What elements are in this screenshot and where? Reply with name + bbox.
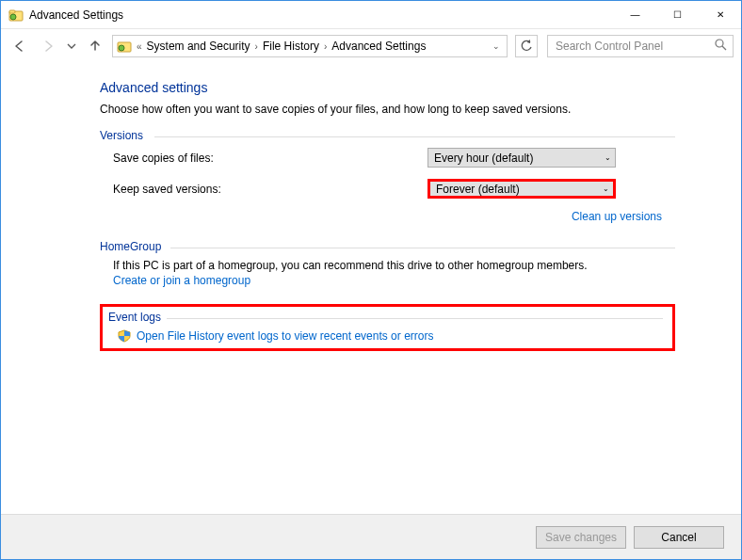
maximize-button[interactable]: ☐ <box>656 1 699 28</box>
save-copies-value: Every hour (default) <box>434 152 533 165</box>
up-button[interactable] <box>84 35 106 57</box>
breadcrumb-segment[interactable]: Advanced Settings <box>331 40 426 53</box>
close-button[interactable]: ✕ <box>699 1 741 28</box>
homegroup-group: HomeGroup If this PC is part of a homegr… <box>100 240 675 287</box>
save-copies-label: Save copies of files: <box>113 152 414 165</box>
minimize-button[interactable]: — <box>614 1 656 28</box>
back-button[interactable] <box>8 35 31 57</box>
breadcrumb-segment[interactable]: File History <box>263 40 319 53</box>
control-panel-icon <box>8 8 24 23</box>
chevron-down-icon[interactable]: ⌄ <box>492 41 500 51</box>
nav-toolbar: « System and Security › File History › A… <box>1 29 741 63</box>
homegroup-description: If this PC is part of a homegroup, you c… <box>100 259 675 272</box>
shield-icon <box>118 329 131 343</box>
breadcrumb-segment[interactable]: System and Security <box>147 40 250 53</box>
save-copies-select[interactable]: Every hour (default) ⌄ <box>427 148 616 168</box>
chevron-right-icon: › <box>324 41 327 52</box>
versions-header: Versions <box>100 129 675 142</box>
recent-locations-dropdown[interactable] <box>65 35 78 57</box>
page-title: Advanced settings <box>100 80 675 95</box>
chevron-left-icon: « <box>137 41 142 52</box>
chevron-down-icon: ⌄ <box>605 153 611 162</box>
chevron-right-icon: › <box>255 41 258 52</box>
keep-versions-select[interactable]: Forever (default) ⌄ <box>427 179 616 199</box>
keep-versions-value: Forever (default) <box>436 183 520 196</box>
event-logs-group: Event logs Open File History event logs … <box>100 304 675 351</box>
forward-button[interactable] <box>37 35 59 57</box>
page-description: Choose how often you want to save copies… <box>100 103 675 116</box>
chevron-down-icon: ⌄ <box>603 184 609 193</box>
svg-line-6 <box>722 46 726 50</box>
control-panel-icon <box>117 39 132 54</box>
search-input[interactable] <box>554 39 727 54</box>
window-title: Advanced Settings <box>29 8 123 22</box>
svg-point-2 <box>10 14 16 20</box>
svg-point-4 <box>119 45 124 51</box>
homegroup-header: HomeGroup <box>100 240 675 253</box>
keep-versions-label: Keep saved versions: <box>113 183 414 196</box>
cancel-button[interactable]: Cancel <box>634 526 724 549</box>
content-area: Advanced settings Choose how often you w… <box>1 63 741 514</box>
open-event-logs-link[interactable]: Open File History event logs to view rec… <box>137 329 433 343</box>
save-changes-button[interactable]: Save changes <box>536 526 626 549</box>
versions-group: Versions Save copies of files: Every hou… <box>100 129 675 223</box>
cleanup-versions-link[interactable]: Clean up versions <box>100 210 662 223</box>
event-logs-header: Event logs <box>108 311 663 324</box>
titlebar: Advanced Settings — ☐ ✕ <box>1 1 741 29</box>
search-icon <box>715 39 727 54</box>
svg-rect-1 <box>9 10 15 13</box>
create-homegroup-link[interactable]: Create or join a homegroup <box>100 274 675 287</box>
svg-point-5 <box>716 40 723 47</box>
search-box[interactable] <box>547 35 734 57</box>
breadcrumb[interactable]: « System and Security › File History › A… <box>112 35 508 57</box>
footer: Save changes Cancel <box>1 514 741 559</box>
refresh-button[interactable] <box>515 35 538 57</box>
